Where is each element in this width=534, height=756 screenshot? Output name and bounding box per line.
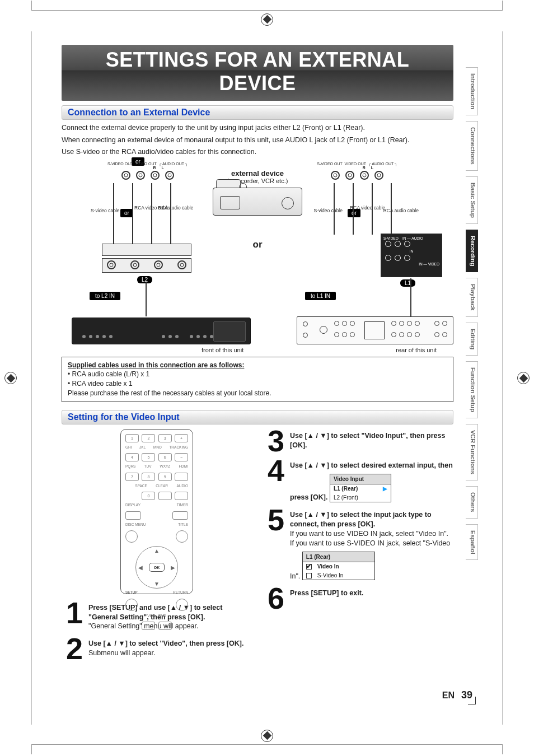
sub-jkl: JKL [139, 446, 146, 450]
sub-tracking: TRACKING [169, 446, 188, 450]
step-1-number: 1 [62, 601, 83, 625]
lbl-rca-video-r: RCA video cable [350, 206, 385, 211]
sub-ghi: GHI [125, 446, 132, 450]
registration-mark-left [4, 372, 17, 384]
menu-item-l2: L2 (Front) [334, 494, 358, 502]
step-2-number: 2 [62, 637, 83, 661]
intro-line-3: Use S-video or the RCA audio/video cable… [62, 147, 453, 157]
step-3: 3 Use [▲ / ▼] to select "Video Input", t… [263, 429, 453, 453]
rear-jack-block: S-VIDEO IN — AUDIO IN IN — VIDEO [381, 234, 442, 277]
supplied-line-1: • RCA audio cable (L/R) x 1 [68, 370, 447, 379]
step-5-line1: If you want to use VIDEO IN jack, select… [290, 530, 448, 538]
supplied-heading: Supplied cables used in this connection … [68, 361, 447, 370]
lbl-vcr: VCR [147, 614, 155, 618]
lbl-audio-r: R [153, 166, 156, 170]
sub-tuv: TUV [144, 465, 151, 469]
menu-item-svideo-in: S-Video In [317, 572, 344, 580]
menu-video-input: Video Input L1 (Rear)▶ L2 (Front) [330, 474, 391, 503]
rear-in: IN [410, 249, 414, 253]
sub-clear: CLEAR [156, 484, 168, 488]
checkbox-off-icon [306, 573, 312, 578]
step-5-bold: Use [▲ / ▼] to select the input jack typ… [290, 511, 432, 528]
step-6-number: 6 [263, 586, 284, 610]
key-timer [172, 511, 188, 520]
to-l2-badge: to L2 IN [90, 292, 120, 300]
rear-caption: rear of this unit [396, 347, 437, 353]
tab-introduction: Introduction [466, 67, 478, 115]
tab-others: Others [466, 486, 478, 518]
registration-mark-top [261, 13, 273, 26]
or-badge-ll: or [120, 209, 133, 217]
intro-text: Connect the external device properly to … [62, 123, 453, 157]
lbl-timer: TIMER [166, 503, 188, 507]
step-4: 4 Use [▲ / ▼] to select desired external… [263, 459, 453, 502]
tab-connections: Connections [466, 121, 478, 171]
step-3-number: 3 [263, 429, 284, 453]
lbl-dvd: DVD [158, 614, 166, 618]
rear-panel-illustration [297, 316, 453, 344]
key-0: 0 [142, 492, 155, 500]
or-big: or [253, 239, 263, 250]
key-return [176, 599, 188, 611]
key-title [176, 530, 188, 543]
sub-space: SPACE [135, 484, 147, 488]
section-heading-video-input-label: Setting for the Video Input [68, 412, 180, 422]
rear-svideo: S-VIDEO [383, 236, 399, 240]
key-blank-r3 [175, 473, 188, 481]
tab-basic-setup: Basic Setup [466, 176, 478, 224]
intro-line-1: Connect the external device properly to … [62, 123, 453, 133]
key-4: 4 [125, 453, 139, 461]
menu-item-video-in: Video In [317, 563, 339, 571]
lbl-audio-out-r: AUDIO OUT [372, 162, 394, 166]
l2-badge: L2 [137, 276, 152, 283]
lbl-video-out-l: VIDEO OUT [135, 162, 156, 166]
key-vcr [142, 622, 155, 630]
lbl-svideo-cable-l: S-video cable [91, 208, 120, 213]
section-tabs: Introduction Connections Basic Setup Rec… [466, 67, 478, 560]
front-caption: front of this unit [202, 347, 243, 353]
lbl-audio-out-l: AUDIO OUT [162, 162, 184, 166]
external-device-title: external device [231, 169, 284, 178]
key-2: 2 [142, 434, 155, 442]
registration-mark-right [517, 372, 530, 384]
lbl-svideo-cable-r: S-video cable [313, 208, 343, 213]
step-6: 6 Press [SETUP] to exit. [263, 586, 453, 610]
key-ok: OK [149, 563, 165, 572]
section-heading-connection-label: Connection to an External Device [68, 108, 210, 117]
lbl-rca-audio-r: RCA audio cable [383, 208, 419, 213]
remote-illustration: 123+ GHIJKLMNOTRACKING 456− PQRSTUVWXYZH… [120, 429, 193, 594]
footer-corner-icon [468, 697, 476, 704]
footer-lang: EN [442, 690, 455, 701]
sub-wxyz: WXYZ [160, 465, 171, 469]
dpad: OK ▲▼◀▶ [135, 546, 178, 589]
menu-l1-rear: L1 (Rear) Video In S-Video In [302, 552, 375, 581]
key-clear [158, 492, 172, 500]
step-2: 2 Use [▲ / ▼] to select "Video", then pr… [62, 637, 252, 661]
lbl-title: TITLE [166, 523, 188, 527]
key-8: 8 [142, 473, 155, 481]
front-panel-illustration [72, 318, 251, 344]
sub-pqrs: PQRS [125, 465, 135, 469]
step-4-number: 4 [263, 459, 284, 483]
sub-mno: MNO [153, 446, 162, 450]
menu-video-input-header: Video Input [330, 474, 391, 485]
lbl-video-out-r: VIDEO OUT [345, 162, 366, 166]
key-dvd [158, 622, 172, 630]
sub-hdmi: HDMI [179, 465, 188, 469]
intro-line-2: When connecting an external device of mo… [62, 136, 453, 146]
key-display [125, 511, 141, 520]
step-2-bold: Use [▲ / ▼] to select "Video", then pres… [88, 640, 243, 647]
tab-recording: Recording [466, 230, 478, 272]
page-title: SETTINGS FOR AN EXTERNAL DEVICE [62, 45, 453, 101]
menu-selected-icon: ▶ [383, 485, 387, 493]
supplied-cables-box: Supplied cables used in this connection … [62, 357, 453, 402]
tab-vcr-functions: VCR Functions [466, 424, 478, 480]
l1-badge: L1 [400, 279, 415, 287]
lbl-svideo-out-r: S-VIDEO OUT [317, 162, 342, 166]
tab-function-setup: Function Setup [466, 361, 478, 418]
lbl-svideo-out-l: S-VIDEO OUT [107, 162, 133, 166]
key-3: 3 [158, 434, 172, 442]
vcr-icon [213, 188, 302, 216]
key-6: 6 [158, 453, 172, 461]
key-1: 1 [125, 434, 139, 442]
